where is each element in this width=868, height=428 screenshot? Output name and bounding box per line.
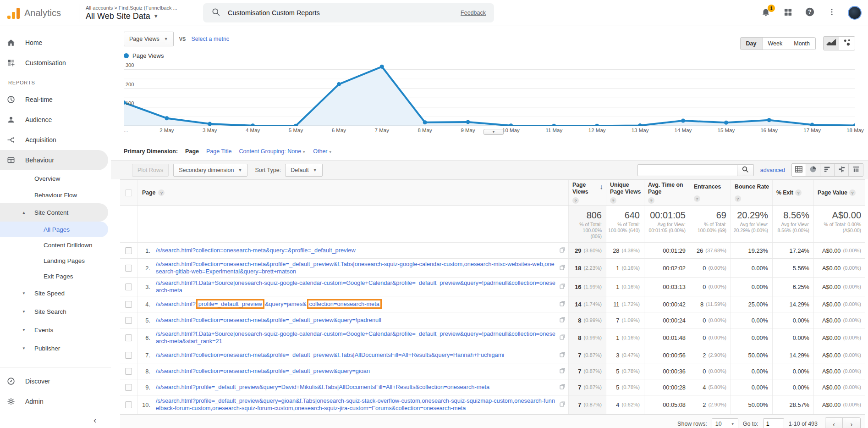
page-url-link[interactable]: /s/search.html?f.Data+Source|onesearch-s… (156, 279, 556, 294)
column-header-pv[interactable]: Page Views?↓ (568, 180, 606, 206)
sidebar-collapse-button[interactable]: ‹ (93, 415, 96, 425)
row-checkbox[interactable] (125, 283, 132, 290)
open-page-button[interactable] (559, 367, 566, 375)
sidebar-item-site-search[interactable]: ▼Site Search (0, 302, 111, 321)
sidebar-item-events[interactable]: ▼Events (0, 321, 111, 339)
sort-desc-icon[interactable]: ↓ (600, 183, 604, 190)
help-icon[interactable]: ? (158, 189, 165, 196)
chart-point[interactable] (337, 82, 341, 86)
notifications-button[interactable]: 1 (760, 7, 772, 19)
chart-point[interactable] (208, 122, 212, 126)
row-checkbox[interactable] (125, 317, 132, 324)
select-all-checkbox[interactable] (125, 189, 132, 196)
advanced-search-link[interactable]: advanced (760, 167, 785, 173)
sidebar-item-all-pages[interactable]: All Pages (0, 222, 108, 237)
comparison-view-button[interactable] (835, 164, 849, 176)
sidebar-item-overview[interactable]: Overview (0, 170, 111, 187)
granularity-week[interactable]: Week (763, 38, 789, 50)
column-header-val[interactable]: Page Value? (813, 180, 865, 206)
plot-rows-button[interactable]: Plot Rows (132, 164, 169, 177)
granularity-day[interactable]: Day (741, 38, 763, 50)
sidebar-item-exit-pages[interactable]: Exit Pages (0, 268, 111, 284)
row-checkbox[interactable] (125, 265, 132, 272)
dimension-option-page-title[interactable]: Page Title (206, 148, 232, 155)
chart-point[interactable] (810, 123, 814, 126)
column-header-atp[interactable]: Avg. Time on Page? (644, 180, 690, 206)
sidebar-item-landing-pages[interactable]: Landing Pages (0, 253, 111, 268)
analytics-home-link[interactable]: Analytics (0, 7, 77, 19)
open-page-button[interactable] (559, 401, 566, 409)
performance-view-button[interactable] (820, 164, 835, 176)
open-page-button[interactable] (559, 300, 566, 308)
open-page-button[interactable] (559, 384, 566, 391)
page-url-link[interactable]: /s/search.html?collection=onesearch-meta… (156, 317, 556, 324)
page-url-link[interactable]: /s/search.html?f.Data+Source|onesearch-s… (156, 330, 556, 345)
open-page-button[interactable] (559, 264, 566, 272)
sidebar-item-behaviour[interactable]: Behaviour (0, 150, 108, 170)
open-page-button[interactable] (559, 317, 566, 324)
row-checkbox[interactable] (125, 368, 132, 375)
page-url-link[interactable]: /s/search.html?collection=onesearch-meta… (156, 367, 556, 375)
help-button[interactable]: ? (804, 7, 816, 19)
chart-point[interactable] (380, 65, 384, 69)
metric-selector-button[interactable]: Page Views ▼ (124, 32, 174, 46)
table-search-input[interactable] (637, 164, 737, 176)
sidebar-item-home[interactable]: Home (0, 33, 111, 53)
feedback-link[interactable]: Feedback (461, 10, 486, 16)
column-header-page[interactable]: Page? (137, 180, 568, 206)
help-icon[interactable]: ? (735, 195, 741, 202)
open-page-button[interactable] (559, 247, 566, 255)
help-icon[interactable]: ? (572, 197, 579, 204)
help-icon[interactable]: ? (610, 197, 616, 204)
sidebar-item-customisation[interactable]: Customisation (0, 53, 111, 73)
sidebar-item-site-content[interactable]: ▲Site Content (0, 203, 108, 222)
chart-point[interactable] (466, 120, 470, 124)
row-checkbox[interactable] (125, 247, 132, 254)
table-view-button[interactable] (792, 164, 806, 176)
sidebar-item-audience[interactable]: Audience (0, 110, 111, 130)
page-url-link[interactable]: /s/search.html?profile=_default_preview&… (156, 397, 556, 412)
sidebar-item-real-time[interactable]: Real-time (0, 89, 111, 110)
chart-point[interactable] (423, 120, 427, 124)
column-header-br[interactable]: Bounce Rate? (731, 180, 772, 206)
select-metric-link[interactable]: Select a metric (191, 36, 229, 42)
open-page-button[interactable] (559, 334, 566, 342)
sidebar-item-site-speed[interactable]: ▼Site Speed (0, 284, 111, 302)
page-url-link[interactable]: /s/search.html?collection=onesearch-meta… (156, 261, 556, 275)
sidebar-item-content-drilldown[interactable]: Content Drilldown (0, 237, 111, 253)
table-search-button[interactable] (737, 164, 754, 176)
chart-point[interactable] (724, 121, 728, 125)
sidebar-item-discover[interactable]: Discover (0, 371, 111, 391)
dimension-option-page[interactable]: Page (185, 148, 199, 155)
more-options-button[interactable] (826, 7, 838, 19)
page-url-link[interactable]: /s/search.html?profile=_default_preview&… (156, 384, 556, 391)
row-checkbox[interactable] (125, 334, 132, 341)
page-url-link[interactable]: /s/search.html?collection=onesearch-meta… (156, 351, 556, 359)
chart-point[interactable] (165, 116, 169, 120)
dimension-option-content-grouping-none[interactable]: Content Grouping: None ▼ (239, 148, 306, 155)
row-checkbox[interactable] (125, 301, 132, 308)
sidebar-item-experiments[interactable]: ▼Experiments (0, 357, 111, 363)
sidebar-item-publisher[interactable]: ▼Publisher (0, 339, 111, 357)
percentage-view-button[interactable] (806, 164, 820, 176)
dimension-option-other[interactable]: Other ▼ (313, 148, 332, 155)
account-breadcrumb[interactable]: All accounts > Find.Squiz (Funnelback ..… (86, 5, 191, 11)
motion-chart-button[interactable] (839, 37, 855, 50)
column-header-upv[interactable]: Unique Page Views? (606, 180, 644, 206)
avatar[interactable] (848, 6, 862, 20)
line-chart-button[interactable] (824, 37, 839, 50)
show-rows-select[interactable]: 10 ▼ (712, 418, 738, 428)
row-checkbox[interactable] (125, 384, 132, 391)
help-icon[interactable]: ? (795, 189, 802, 196)
column-header-ent[interactable]: Entrances? (690, 180, 731, 206)
chart-point[interactable] (681, 119, 685, 123)
apps-grid-button[interactable] (782, 7, 794, 19)
page-url-link[interactable]: /s/search.html?collection=onesearch-meta… (156, 247, 556, 254)
open-page-button[interactable] (559, 351, 566, 359)
global-search[interactable]: Customisation Custom Reports Feedback (203, 3, 494, 22)
granularity-month[interactable]: Month (788, 38, 815, 50)
timeline-slider-handle[interactable]: ▼ (483, 129, 504, 135)
goto-page-input[interactable] (763, 418, 784, 428)
sort-type-button[interactable]: Default ▼ (285, 164, 323, 177)
secondary-dimension-button[interactable]: Secondary dimension ▼ (173, 164, 247, 177)
